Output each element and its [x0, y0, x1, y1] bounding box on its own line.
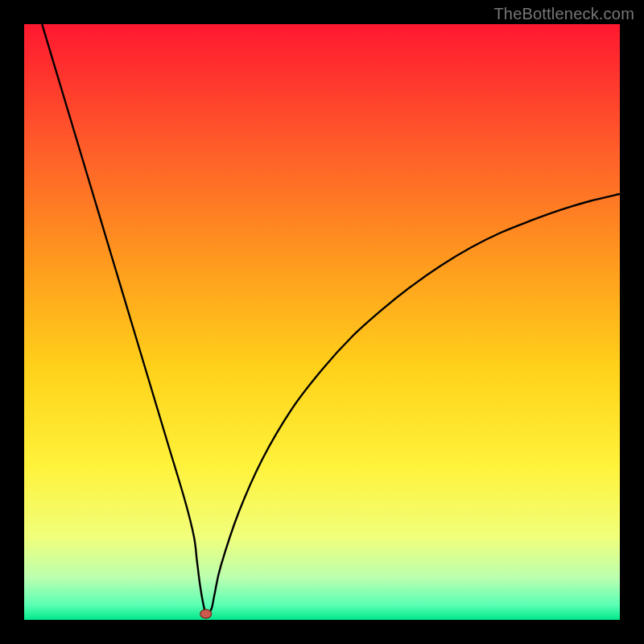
optimal-point-marker: [200, 609, 212, 618]
plot-area: [24, 24, 620, 620]
chart-svg: [24, 24, 620, 620]
gradient-background: [24, 24, 620, 620]
attribution-text: TheBottleneck.com: [493, 5, 634, 23]
chart-frame: TheBottleneck.com: [0, 0, 644, 644]
